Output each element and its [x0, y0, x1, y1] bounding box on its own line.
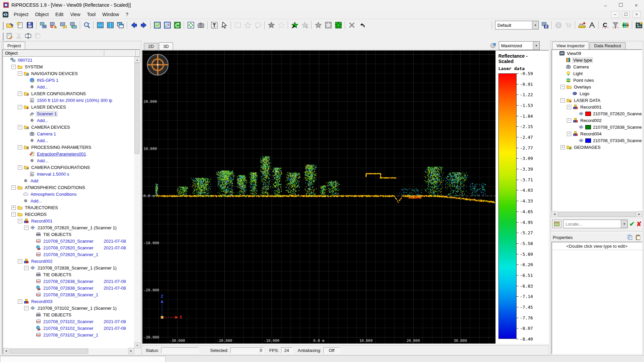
project-tree-row[interactable]: TIE OBJECTS	[3, 311, 134, 318]
chevron-down-icon[interactable]: ▼	[533, 42, 539, 50]
mdi-restore-button[interactable]: ☐	[622, 11, 630, 18]
tab-view-inspector[interactable]: View inspector	[552, 42, 589, 49]
collapse-toggle-icon[interactable]: −	[560, 85, 565, 89]
project-tree-row[interactable]: TIE OBJECTS	[3, 271, 134, 278]
project-tree-row[interactable]: −LASER CONFIGURATIONS	[3, 90, 134, 97]
collapse-toggle-icon[interactable]: −	[24, 306, 29, 310]
expand-toggle-icon[interactable]: +	[11, 205, 16, 210]
project-tree-row[interactable]: RDB210708_072620_Scanner_1	[3, 251, 134, 258]
inspector-tree-row[interactable]: −Record002	[552, 117, 642, 124]
scroll-right-icon[interactable]: ▶	[636, 211, 642, 217]
project-tree-row[interactable]: Add...	[3, 117, 134, 124]
globe-info-icon[interactable]	[490, 42, 497, 49]
project-tree-row[interactable]: −Record003	[3, 298, 134, 305]
copy-icon[interactable]	[627, 234, 633, 240]
collapse-toggle-icon[interactable]: −	[24, 226, 29, 230]
device-network-button[interactable]	[38, 20, 48, 30]
tab-3d[interactable]: 3D	[159, 42, 173, 50]
collapse-toggle-icon[interactable]: −	[24, 266, 29, 270]
project-tree-row[interactable]: Add...	[3, 157, 134, 164]
star-gray2-button[interactable]	[313, 20, 323, 30]
project-tree-row[interactable]: −210708_073102_Scanner_1 (Scanner 1)	[3, 305, 134, 311]
scroll-up-icon[interactable]: ▲	[134, 57, 140, 63]
chevron-down-icon[interactable]: ▼	[621, 220, 627, 228]
column-header-extra[interactable]	[104, 50, 136, 57]
delete-x-button[interactable]	[347, 20, 357, 30]
collapse-toggle-icon[interactable]: −	[18, 145, 22, 149]
split-horiz-button[interactable]	[95, 20, 105, 30]
inspector-tree-row[interactable]: −LASER DATA	[552, 97, 642, 104]
inspector-tree-row[interactable]: −Record004	[552, 130, 642, 137]
scrollbar-thumb[interactable]	[135, 63, 140, 154]
tab-data-readout[interactable]: Data Readout	[590, 42, 625, 49]
scroll-left-icon[interactable]: ◀	[551, 211, 557, 217]
collapse-toggle-icon[interactable]: −	[18, 92, 22, 96]
collapse-toggle-icon[interactable]: −	[18, 165, 22, 170]
project-tree-row[interactable]: −210708_072838_Scanner_1 (Scanner 1)	[3, 264, 134, 271]
scrollbar-thumb[interactable]	[10, 349, 88, 354]
collapse-toggle-icon[interactable]: −	[18, 259, 22, 263]
preset-combo[interactable]: Default▼	[495, 21, 539, 29]
project-tree-row[interactable]: Scanner 1	[3, 110, 134, 117]
measure-dist-button[interactable]	[577, 20, 587, 30]
paste-icon[interactable]	[635, 234, 641, 240]
project-tree-row[interactable]: RXP210708_072838_Scanner2021-07-08	[3, 278, 134, 285]
project-tree-row[interactable]: −ATMOSPHERIC CONDITIONS	[3, 184, 134, 191]
project-tree-row[interactable]: 210708_072620_Scanner2021-07-08	[3, 244, 134, 251]
project-tree-row[interactable]: ExtractionParameters001	[3, 150, 134, 157]
project-tree-row[interactable]: Interval 1.5000 s	[3, 171, 134, 177]
snapshot-button[interactable]	[196, 20, 206, 30]
collapse-toggle-icon[interactable]: −	[18, 71, 22, 76]
view-edit-button[interactable]	[5, 32, 14, 40]
chevron-down-icon[interactable]: ▼	[532, 21, 538, 29]
collapse-toggle-icon[interactable]: −	[560, 98, 565, 103]
collapse-toggle-icon[interactable]: −	[11, 185, 16, 190]
apply-button[interactable]: ✔	[629, 220, 635, 228]
project-tree-row[interactable]: −210708_072620_Scanner_1 (Scanner 1)	[3, 224, 134, 231]
preset-save-button[interactable]	[540, 20, 550, 30]
tab-2d[interactable]: 2D	[144, 43, 158, 50]
inspector-tree-row[interactable]: DLLogo	[552, 90, 642, 97]
collapse-toggle-icon[interactable]: −	[11, 212, 16, 217]
map-view-button[interactable]	[152, 20, 162, 30]
project-tree-row[interactable]: 210708_072838_Scanner2021-07-08	[3, 285, 134, 291]
mdi-minimize-button[interactable]: –	[611, 11, 619, 18]
clear-button[interactable]: ✘	[636, 220, 642, 228]
minimize-button[interactable]: –	[598, 0, 613, 10]
new-doc-button[interactable]	[15, 20, 25, 30]
locate-combo[interactable]: Locate... ▼	[563, 220, 628, 228]
project-tree-row[interactable]: RDB210708_072838_Scanner_1	[3, 291, 134, 298]
expand-toggle-icon[interactable]: +	[560, 145, 565, 149]
project-tree-row[interactable]: RXP210708_073102_Scanner2021-07-08	[3, 318, 134, 325]
locate-map-button[interactable]	[552, 220, 561, 228]
tab-project[interactable]: Project	[3, 42, 25, 49]
menu-tool[interactable]: Tool	[84, 11, 99, 18]
menu-edit[interactable]: Edit	[52, 11, 67, 18]
project-tree-row[interactable]: RXP210708_072620_Scanner2021-07-08	[3, 238, 134, 244]
inspector-tree-row[interactable]: 210708_073345_Scanner	[552, 137, 642, 144]
collapse-toggle-icon[interactable]: −	[567, 105, 571, 109]
measure-angle-button[interactable]	[587, 20, 597, 30]
menu-help[interactable]: ?	[122, 11, 132, 18]
open-project-button[interactable]	[5, 20, 15, 30]
inspector-tree-row[interactable]: Camera	[552, 63, 642, 70]
point-cloud-view[interactable]	[143, 51, 495, 344]
color-range-button[interactable]	[621, 20, 631, 30]
search-button[interactable]	[82, 20, 92, 30]
collapse-toggle-icon[interactable]: −	[18, 125, 22, 129]
inspector-horizontal-scrollbar[interactable]: ◀ ▶	[551, 212, 642, 217]
undo-button[interactable]	[357, 20, 367, 30]
project-tree-row[interactable]: RDB210708_073102_Scanner_1	[3, 331, 134, 338]
bird-view-button[interactable]	[162, 20, 172, 30]
project-tree-row[interactable]: +TRAJECTORIES	[3, 204, 134, 211]
mdi-close-button[interactable]: ×	[633, 11, 641, 18]
device-info-button[interactable]	[58, 20, 68, 30]
scrollbar-thumb[interactable]	[558, 212, 636, 217]
nav-back-button[interactable]	[129, 20, 139, 30]
scroll-down-icon[interactable]: ▼	[134, 342, 140, 348]
project-tree-row[interactable]: Camera 1	[3, 130, 134, 137]
project-tree-row[interactable]: 1500 ft 110 kn 2000 kHz (100%) 300 lp	[3, 97, 134, 104]
project-tree-row[interactable]: 210708_073102_Scanner2021-07-08	[3, 325, 134, 331]
class-filter-button[interactable]	[610, 20, 621, 30]
inspector-tree-row[interactable]: View type	[552, 57, 642, 63]
